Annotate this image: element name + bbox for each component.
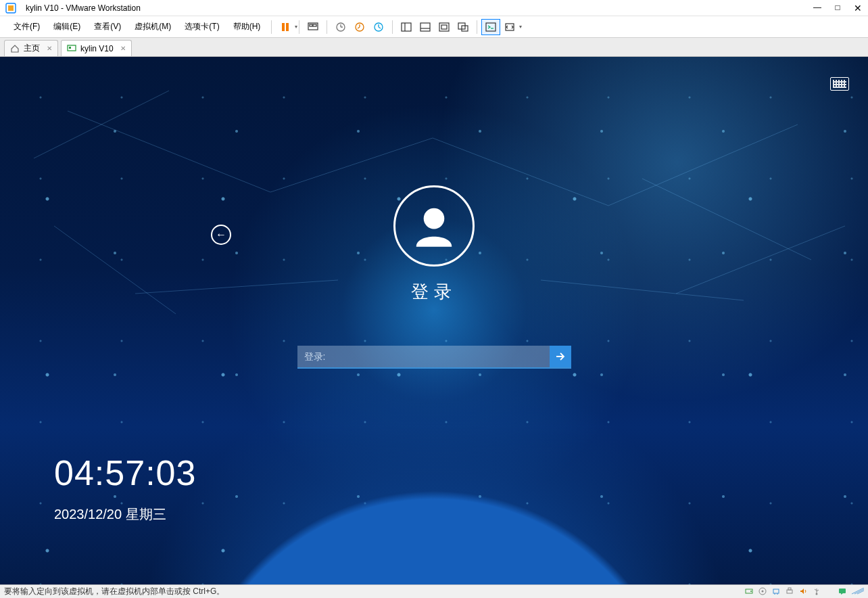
guest-viewport[interactable]: ← 登录 04:57:03 2023/12/20 星期三 [0,57,868,584]
menu-help[interactable]: 帮助(H) [226,18,268,35]
vmware-app-icon [5,3,16,14]
lockscreen-clock: 04:57:03 2023/12/20 星期三 [54,453,196,524]
tab-kylin-v10[interactable]: kylin V10 ✕ [61,40,132,56]
window-titlebar: kylin V10 - VMware Workstation — □ ✕ [0,0,868,16]
window-maximize-button[interactable]: □ [827,3,848,14]
login-title: 登录 [292,280,576,304]
view-unity-button[interactable] [454,19,473,35]
clock-date: 2023/12/20 星期三 [54,505,196,524]
svg-rect-12 [420,23,430,31]
usb-controller-icon[interactable] [813,587,821,597]
snapshot-revert-button[interactable] [350,19,369,35]
svg-rect-41 [787,590,792,593]
window-title: kylin V10 - VMware Workstation [22,3,807,13]
tab-home-close[interactable]: ✕ [47,45,52,52]
svg-point-35 [750,591,752,592]
login-submit-button[interactable] [550,346,571,367]
user-avatar-icon [393,185,475,267]
tab-home-label: 主页 [24,43,40,54]
status-device-icons [745,587,864,597]
svg-rect-3 [286,23,289,31]
svg-rect-21 [68,45,76,51]
vm-monitor-icon [67,44,76,53]
svg-rect-22 [69,47,71,49]
svg-line-24 [270,138,433,192]
sound-card-icon[interactable] [799,587,807,597]
status-bar: 要将输入定向到该虚拟机，请在虚拟机内部单击或按 Ctrl+G。 [0,584,868,598]
svg-rect-6 [313,24,316,26]
status-message: 要将输入定向到该虚拟机，请在虚拟机内部单击或按 Ctrl+G。 [4,586,745,597]
view-thumbnail-button[interactable] [416,19,435,35]
svg-point-37 [762,590,764,592]
svg-rect-14 [439,23,449,31]
snapshot-take-button[interactable] [331,19,350,35]
menu-vm[interactable]: 虚拟机(M) [128,18,178,35]
tab-kylin-close[interactable]: ✕ [120,45,126,52]
svg-line-32 [34,91,169,158]
login-username-input[interactable] [297,346,550,367]
svg-rect-38 [773,589,779,593]
menu-view[interactable]: 查看(V) [87,18,128,35]
menubar: 文件(F) 编辑(E) 查看(V) 虚拟机(M) 选项卡(T) 帮助(H) [0,16,868,38]
svg-rect-47 [839,589,846,593]
svg-line-26 [608,124,798,206]
input-grab-icon[interactable] [852,588,864,596]
window-minimize-button[interactable]: — [807,3,827,14]
clock-time: 04:57:03 [54,453,196,493]
view-fullscreen-button[interactable] [435,19,454,35]
svg-line-29 [642,179,811,260]
svg-rect-2 [282,23,285,31]
console-view-button[interactable] [481,19,500,35]
login-panel: ← 登录 [292,185,576,369]
svg-rect-15 [441,25,447,29]
tab-kylin-label: kylin V10 [80,44,114,53]
svg-line-31 [676,226,845,294]
on-screen-keyboard-icon[interactable] [830,77,849,91]
menu-file[interactable]: 文件(F) [7,18,47,35]
vm-message-log-icon[interactable] [838,587,846,597]
pause-vm-button[interactable] [276,19,295,35]
menu-tabs[interactable]: 选项卡(T) [178,18,226,35]
hard-disk-icon[interactable] [745,587,753,597]
snapshot-manager-button[interactable] [369,19,388,35]
back-arrow-button[interactable]: ← [211,225,231,245]
cd-dvd-icon[interactable] [758,587,767,597]
network-adapter-icon[interactable] [772,587,780,597]
menu-edit[interactable]: 编辑(E) [47,18,87,35]
svg-rect-42 [788,588,791,590]
view-library-button[interactable] [397,19,416,35]
svg-point-33 [424,208,445,229]
tab-bar: 主页 ✕ kylin V10 ✕ [0,38,868,57]
printer-icon[interactable] [786,587,794,597]
tab-home[interactable]: 主页 ✕ [4,40,58,56]
send-ctrl-alt-del-button[interactable] [304,19,322,35]
stretch-guest-button[interactable] [500,19,519,35]
home-icon [10,44,20,53]
svg-rect-10 [402,23,411,31]
window-close-button[interactable]: ✕ [848,3,868,14]
svg-line-48 [852,588,864,594]
svg-rect-1 [8,5,14,11]
svg-line-23 [68,111,270,192]
svg-line-30 [54,226,176,314]
svg-rect-5 [310,24,312,26]
